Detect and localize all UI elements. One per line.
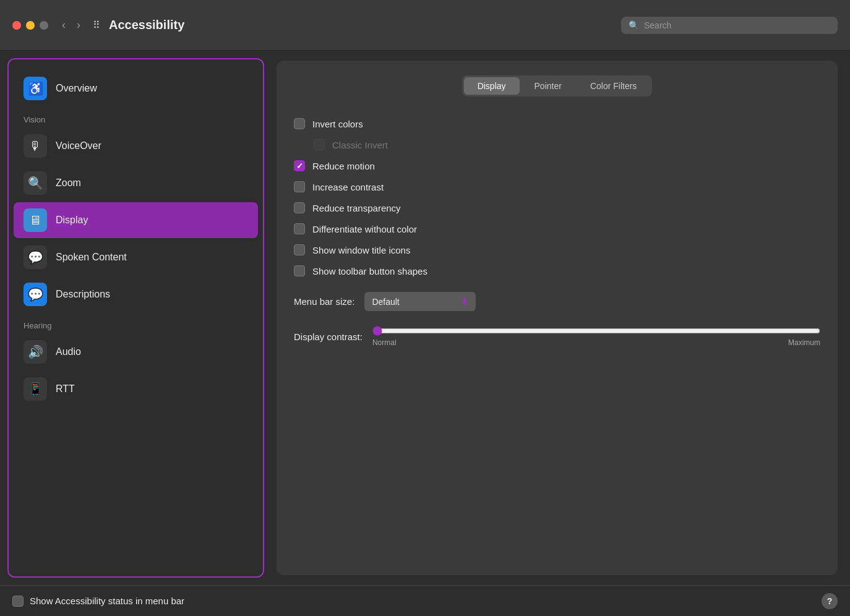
setting-row-show-window-title-icons: Show window title icons bbox=[294, 240, 820, 260]
contrast-label: Display contrast: bbox=[294, 332, 363, 342]
setting-row-classic-invert: Classic Invert bbox=[294, 135, 820, 155]
panel-card: Display Pointer Color Filters Invert col… bbox=[277, 61, 838, 575]
sidebar-item-descriptions[interactable]: 💬 Descriptions bbox=[14, 276, 258, 312]
show-window-title-icons-label: Show window title icons bbox=[312, 245, 410, 255]
traffic-lights bbox=[12, 21, 48, 30]
sidebar-item-rtt[interactable]: 📱 RTT bbox=[14, 371, 258, 407]
menu-bar-size-select[interactable]: Default ⬍ bbox=[364, 292, 476, 311]
slider-container: Normal Maximum bbox=[372, 326, 820, 347]
voiceover-icon: 🎙 bbox=[24, 134, 47, 158]
accessibility-status-label: Show Accessibility status in menu bar bbox=[30, 596, 184, 606]
sidebar-descriptions-label: Descriptions bbox=[56, 289, 110, 300]
descriptions-icon: 💬 bbox=[24, 283, 47, 306]
window-title: Accessibility bbox=[109, 18, 621, 32]
slider-max-label: Maximum bbox=[788, 338, 820, 347]
menu-bar-size-label: Menu bar size: bbox=[294, 296, 354, 307]
sidebar-display-label: Display bbox=[56, 215, 88, 226]
minimize-button[interactable] bbox=[26, 21, 35, 30]
bottom-left: Show Accessibility status in menu bar bbox=[12, 596, 184, 607]
display-contrast-row: Display contrast: Normal Maximum bbox=[294, 316, 820, 349]
search-input[interactable] bbox=[644, 20, 830, 30]
zoom-icon: 🔍 bbox=[24, 171, 47, 195]
vision-section-header: Vision bbox=[9, 108, 263, 127]
sidebar-item-voiceover[interactable]: 🎙 VoiceOver bbox=[14, 128, 258, 164]
sidebar-voiceover-label: VoiceOver bbox=[56, 140, 101, 152]
differentiate-without-color-checkbox[interactable] bbox=[294, 223, 305, 234]
setting-row-invert-colors: Invert colors bbox=[294, 114, 820, 134]
sidebar-item-audio[interactable]: 🔊 Audio bbox=[14, 334, 258, 370]
setting-row-increase-contrast: Increase contrast bbox=[294, 177, 820, 197]
display-icon: 🖥 bbox=[24, 208, 47, 232]
titlebar: ‹ › ⠿ Accessibility 🔍 bbox=[0, 0, 850, 51]
spoken-content-icon: 💬 bbox=[24, 246, 47, 269]
nav-buttons: ‹ › bbox=[58, 17, 84, 33]
reduce-transparency-label: Reduce transparency bbox=[312, 203, 401, 213]
reduce-motion-label: Reduce motion bbox=[312, 161, 375, 171]
slider-labels: Normal Maximum bbox=[372, 338, 820, 347]
setting-row-reduce-motion: Reduce motion bbox=[294, 156, 820, 176]
right-panel: Display Pointer Color Filters Invert col… bbox=[264, 51, 850, 585]
bottom-bar: Show Accessibility status in menu bar ? bbox=[0, 585, 850, 616]
settings-list: Invert colors Classic Invert Reduce moti… bbox=[294, 114, 820, 281]
fullscreen-button[interactable] bbox=[40, 21, 48, 30]
grid-icon: ⠿ bbox=[93, 19, 100, 31]
sidebar-rtt-label: RTT bbox=[56, 383, 75, 395]
setting-row-reduce-transparency: Reduce transparency bbox=[294, 198, 820, 218]
tab-group: Display Pointer Color Filters bbox=[462, 75, 653, 96]
setting-row-differentiate-without-color: Differentiate without color bbox=[294, 219, 820, 239]
menu-bar-size-row: Menu bar size: Default ⬍ bbox=[294, 281, 820, 316]
sidebar-item-spoken-content[interactable]: 💬 Spoken Content bbox=[14, 239, 258, 275]
show-toolbar-button-shapes-label: Show toolbar button shapes bbox=[312, 266, 427, 276]
overview-icon: ♿ bbox=[24, 77, 47, 100]
sidebar-item-zoom[interactable]: 🔍 Zoom bbox=[14, 165, 258, 201]
tab-display[interactable]: Display bbox=[464, 77, 520, 95]
increase-contrast-label: Increase contrast bbox=[312, 182, 384, 192]
show-toolbar-button-shapes-checkbox[interactable] bbox=[294, 265, 305, 276]
sidebar-audio-label: Audio bbox=[56, 346, 81, 357]
setting-row-show-toolbar-button-shapes: Show toolbar button shapes bbox=[294, 261, 820, 281]
sidebar: ♿ Overview Vision 🎙 VoiceOver 🔍 Zoom 🖥 D… bbox=[7, 58, 264, 578]
classic-invert-checkbox[interactable] bbox=[314, 139, 325, 150]
differentiate-without-color-label: Differentiate without color bbox=[312, 224, 417, 234]
sidebar-item-display[interactable]: 🖥 Display bbox=[14, 202, 258, 238]
help-button[interactable]: ? bbox=[822, 593, 838, 609]
contrast-slider[interactable] bbox=[372, 326, 820, 336]
search-icon: 🔍 bbox=[629, 20, 639, 30]
close-button[interactable] bbox=[12, 21, 21, 30]
hearing-section-header: Hearing bbox=[9, 314, 263, 333]
search-box[interactable]: 🔍 bbox=[621, 17, 838, 34]
back-button[interactable]: ‹ bbox=[58, 17, 69, 33]
sidebar-zoom-label: Zoom bbox=[56, 178, 81, 189]
rtt-icon: 📱 bbox=[24, 377, 47, 401]
show-window-title-icons-checkbox[interactable] bbox=[294, 244, 305, 255]
slider-min-label: Normal bbox=[372, 338, 397, 347]
classic-invert-label: Classic Invert bbox=[332, 140, 388, 150]
audio-icon: 🔊 bbox=[24, 340, 47, 364]
sidebar-spoken-content-label: Spoken Content bbox=[56, 252, 127, 263]
invert-colors-checkbox[interactable] bbox=[294, 118, 305, 129]
tabs: Display Pointer Color Filters bbox=[294, 75, 820, 96]
forward-button[interactable]: › bbox=[73, 17, 84, 33]
reduce-motion-checkbox[interactable] bbox=[294, 160, 305, 171]
tab-color-filters[interactable]: Color Filters bbox=[577, 77, 650, 95]
stepper-icon: ⬍ bbox=[460, 296, 468, 307]
menu-bar-size-value: Default bbox=[372, 297, 455, 307]
sidebar-item-overview[interactable]: ♿ Overview bbox=[14, 71, 258, 106]
sidebar-overview-label: Overview bbox=[56, 83, 97, 94]
main-content: ♿ Overview Vision 🎙 VoiceOver 🔍 Zoom 🖥 D… bbox=[0, 51, 850, 585]
accessibility-status-checkbox[interactable] bbox=[12, 596, 24, 607]
reduce-transparency-checkbox[interactable] bbox=[294, 202, 305, 213]
increase-contrast-checkbox[interactable] bbox=[294, 181, 305, 192]
tab-pointer[interactable]: Pointer bbox=[521, 77, 575, 95]
invert-colors-label: Invert colors bbox=[312, 119, 363, 129]
